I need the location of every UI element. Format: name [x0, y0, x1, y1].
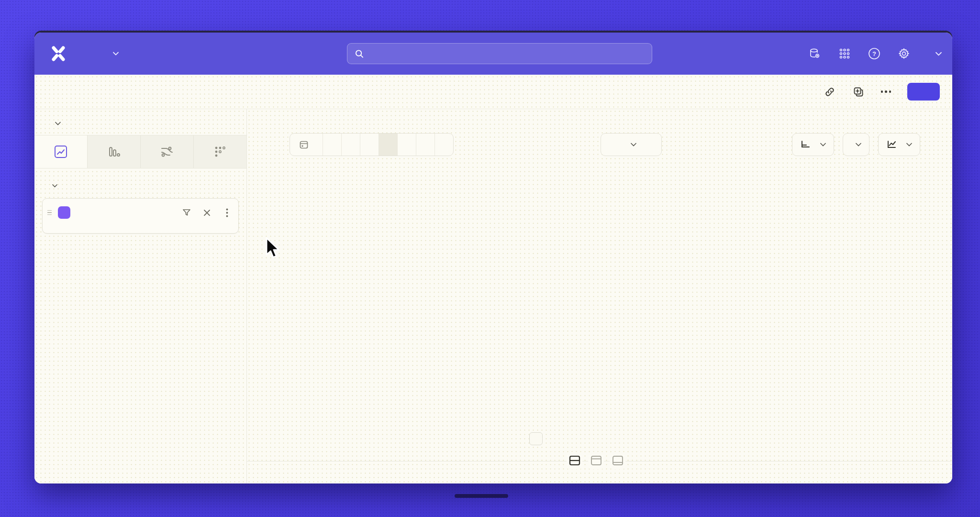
- range-3m[interactable]: [398, 134, 416, 156]
- chart-page-indicator[interactable]: [529, 432, 543, 445]
- range-30d-selected[interactable]: [379, 134, 398, 156]
- save-button[interactable]: [907, 83, 940, 101]
- primary-nav: [88, 52, 161, 56]
- scale-dropdown[interactable]: [792, 133, 834, 156]
- event-card-purchase-completed[interactable]: [42, 198, 239, 234]
- tab-flows[interactable]: [141, 135, 194, 168]
- events-cohorts-title[interactable]: [48, 184, 57, 188]
- layout-toggle-group: [567, 452, 625, 469]
- top-navbar: ?: [34, 33, 952, 75]
- analyze-entity-dropdown[interactable]: [52, 122, 61, 125]
- chart-panel: [247, 109, 952, 483]
- dock-indicator: [455, 494, 508, 498]
- flow-icon: [159, 144, 175, 159]
- report-actions: [824, 83, 940, 101]
- nav-item-reports[interactable]: [109, 52, 119, 56]
- tab-retention[interactable]: [194, 135, 246, 168]
- data-management-icon[interactable]: [807, 46, 823, 61]
- app-window: ?: [34, 33, 952, 483]
- range-6m[interactable]: [416, 134, 435, 156]
- chevron-down-icon: [935, 52, 942, 56]
- retention-grid-icon: [213, 145, 227, 158]
- chevron-down-icon: [856, 143, 861, 146]
- chart-display-controls: [792, 133, 920, 156]
- chevron-down-icon: [52, 184, 57, 188]
- range-yesterday[interactable]: [342, 134, 360, 156]
- chevron-down-icon: [631, 143, 636, 146]
- report-titlebar: [34, 75, 952, 109]
- events-cohorts-header: [34, 169, 246, 196]
- more-options-icon[interactable]: [881, 90, 891, 93]
- navbar-right-cluster: ?: [807, 33, 942, 75]
- project-selector[interactable]: [929, 52, 942, 56]
- event-series-badge: [58, 206, 70, 219]
- app-body: [34, 109, 952, 483]
- layout-chart-bottom-button[interactable]: [610, 452, 625, 469]
- report-type-tabs: [34, 135, 246, 169]
- calendar-icon: [299, 140, 309, 149]
- range-custom[interactable]: [290, 134, 323, 156]
- copy-link-icon[interactable]: [824, 86, 836, 98]
- drag-handle-icon[interactable]: [47, 210, 54, 215]
- global-search[interactable]: [347, 43, 652, 64]
- insights-chart-icon: [53, 144, 68, 159]
- chevron-down-icon: [113, 52, 119, 56]
- query-builder-sidebar: [34, 109, 247, 483]
- kebab-menu-icon[interactable]: [222, 208, 232, 217]
- bar-chart-icon: [107, 145, 121, 159]
- event-card-actions: [182, 208, 232, 217]
- layout-split-view-button[interactable]: [567, 452, 582, 469]
- search-icon: [355, 49, 364, 58]
- date-range-segmented-control: [290, 133, 454, 156]
- line-chart[interactable]: [247, 176, 952, 437]
- remove-event-icon[interactable]: [202, 208, 212, 217]
- legend-swatch: [590, 168, 597, 174]
- svg-text:?: ?: [872, 50, 876, 57]
- mixpanel-logo-icon[interactable]: [49, 44, 68, 63]
- chevron-down-icon: [55, 122, 61, 125]
- tab-insights[interactable]: [34, 135, 88, 168]
- chevron-down-icon: [906, 143, 912, 146]
- chart-legend[interactable]: [590, 168, 601, 174]
- apps-grid-icon[interactable]: [837, 46, 852, 61]
- filter-funnel-icon[interactable]: [182, 208, 191, 217]
- chart-controls-row: [247, 133, 952, 156]
- compare-dropdown[interactable]: [601, 133, 662, 156]
- chart-type-dropdown[interactable]: [878, 133, 920, 156]
- help-icon[interactable]: ?: [867, 46, 882, 61]
- split-view-icon: [568, 454, 581, 467]
- range-today[interactable]: [323, 134, 342, 156]
- chevron-down-icon: [820, 143, 826, 146]
- top-bar-view-icon: [590, 454, 602, 467]
- settings-gear-icon[interactable]: [896, 46, 912, 61]
- bottom-bar-view-icon: [612, 454, 624, 467]
- range-7d[interactable]: [360, 134, 379, 156]
- duplicate-icon[interactable]: [852, 86, 865, 98]
- tab-funnels[interactable]: [88, 135, 141, 168]
- range-12m[interactable]: [435, 134, 453, 156]
- linear-axis-icon: [800, 140, 811, 149]
- interval-dropdown[interactable]: [843, 133, 869, 156]
- layout-chart-top-button[interactable]: [588, 452, 604, 469]
- line-chart-icon: [886, 140, 897, 149]
- search-input[interactable]: [369, 49, 644, 58]
- analyze-row: [34, 109, 246, 135]
